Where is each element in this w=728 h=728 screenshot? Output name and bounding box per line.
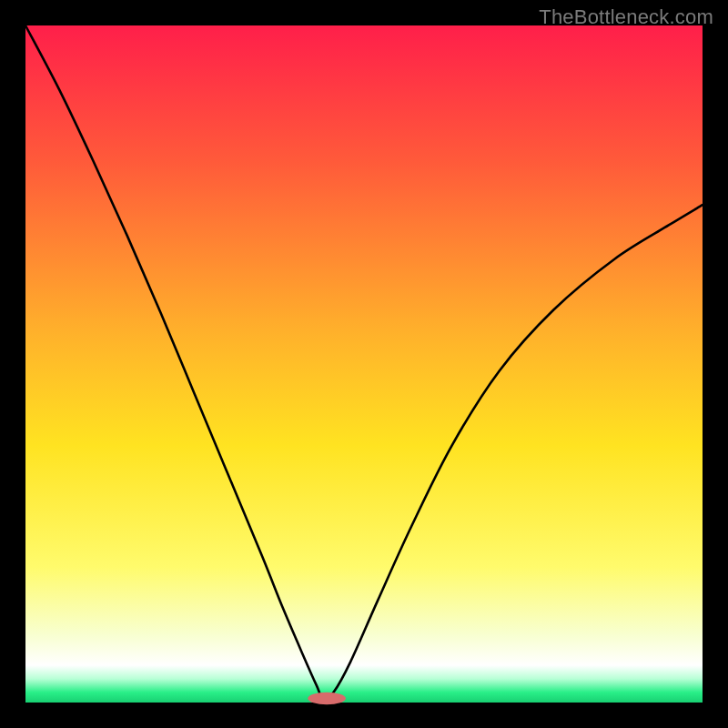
chart-frame: TheBottleneck.com	[0, 0, 728, 728]
watermark-text: TheBottleneck.com	[539, 5, 713, 29]
bottleneck-plot	[0, 0, 728, 728]
minimum-marker	[308, 693, 346, 704]
plot-background	[25, 25, 703, 703]
